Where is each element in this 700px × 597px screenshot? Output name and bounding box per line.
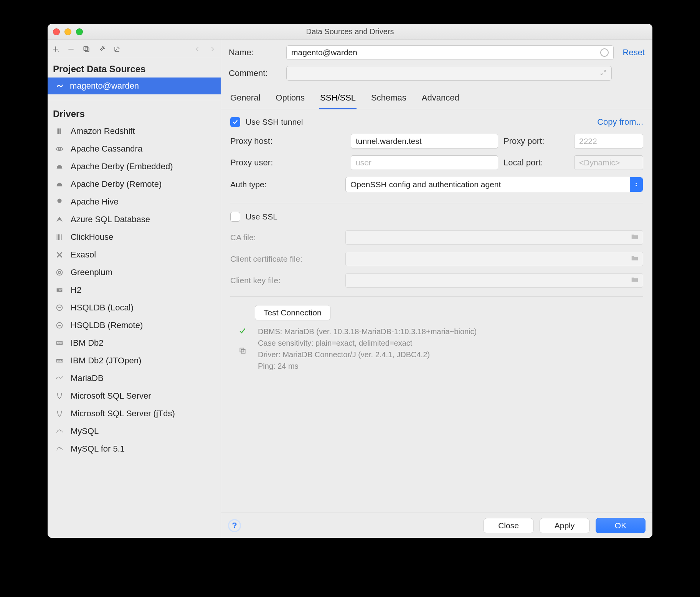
test-connection-button[interactable]: Test Connection	[255, 305, 330, 320]
driver-item[interactable]: Microsoft SQL Server (jTds)	[48, 405, 221, 422]
settings-icon[interactable]	[97, 45, 106, 53]
driver-item[interactable]: ClickHouse	[48, 228, 221, 246]
driver-label: Azure SQL Database	[71, 214, 150, 224]
driver-label: Amazon Redshift	[71, 126, 135, 136]
comment-input[interactable]	[286, 66, 612, 81]
driver-item[interactable]: H2H2	[48, 281, 221, 299]
folder-icon[interactable]	[631, 254, 639, 264]
driver-item[interactable]: Amazon Redshift	[48, 122, 221, 140]
name-input[interactable]: magento@warden	[286, 45, 614, 60]
driver-icon	[54, 144, 64, 154]
data-source-label: magento@warden	[70, 81, 139, 91]
proxy-port-label: Proxy port:	[504, 136, 569, 146]
svg-rect-0	[85, 48, 89, 51]
svg-point-5	[57, 270, 63, 275]
driver-label: ClickHouse	[71, 232, 113, 242]
color-picker-icon[interactable]	[600, 48, 609, 57]
auth-type-select[interactable]: OpenSSH config and authentication agent	[345, 177, 643, 192]
back-icon[interactable]	[193, 45, 201, 53]
driver-item[interactable]: MySQL for 5.1	[48, 440, 221, 458]
driver-icon	[54, 426, 64, 436]
success-icon	[239, 327, 246, 337]
driver-item[interactable]: Azure SQL Database	[48, 211, 221, 228]
driver-icon	[54, 320, 64, 330]
driver-icon	[54, 373, 64, 383]
remove-icon[interactable]	[67, 45, 75, 53]
svg-text:DB2: DB2	[57, 341, 63, 345]
duplicate-icon[interactable]	[82, 45, 91, 53]
driver-label: Apache Derby (Embedded)	[71, 162, 173, 172]
forward-icon[interactable]	[208, 45, 217, 53]
copy-icon[interactable]	[239, 347, 246, 356]
select-arrow-icon	[630, 177, 643, 192]
client-key-input	[345, 273, 643, 288]
client-key-label: Client key file:	[230, 276, 345, 285]
driver-label: Greenplum	[71, 267, 112, 277]
driver-icon	[54, 444, 64, 454]
ok-button[interactable]: OK	[596, 518, 646, 533]
driver-icon	[54, 303, 64, 313]
use-ssh-tunnel-checkbox[interactable]	[230, 117, 240, 127]
driver-label: MySQL for 5.1	[71, 444, 125, 454]
apply-button[interactable]: Apply	[540, 518, 589, 533]
tab-schemas[interactable]: Schemas	[370, 89, 407, 109]
driver-item[interactable]: Apache Hive	[48, 193, 221, 211]
folder-icon[interactable]	[631, 275, 639, 286]
driver-icon	[54, 162, 64, 172]
use-ssl-checkbox[interactable]	[230, 212, 240, 222]
driver-item[interactable]: DB2IBM Db2	[48, 334, 221, 352]
add-icon[interactable]	[51, 45, 60, 53]
proxy-user-input[interactable]: user	[351, 155, 498, 170]
make-global-icon[interactable]	[113, 45, 121, 53]
folder-icon[interactable]	[631, 233, 639, 243]
sidebar-toolbar	[48, 40, 221, 58]
svg-text:DB2: DB2	[57, 359, 63, 363]
svg-point-6	[58, 271, 61, 274]
tab-general[interactable]: General	[229, 89, 261, 109]
driver-item[interactable]: Apache Derby (Remote)	[48, 175, 221, 193]
dialog-window: Data Sources and Drivers	[48, 24, 652, 538]
driver-label: IBM Db2	[71, 338, 104, 348]
auth-type-label: Auth type:	[230, 180, 345, 189]
data-source-item[interactable]: magento@warden	[48, 78, 221, 94]
driver-item[interactable]: MariaDB	[48, 369, 221, 387]
driver-item[interactable]: Apache Derby (Embedded)	[48, 158, 221, 175]
svg-text:H2: H2	[58, 289, 62, 292]
svg-point-4	[58, 148, 61, 150]
datasource-icon	[55, 82, 64, 90]
divider	[48, 100, 221, 100]
expand-icon[interactable]	[600, 69, 607, 78]
driver-item[interactable]: Greenplum	[48, 264, 221, 281]
driver-item[interactable]: Exasol	[48, 246, 221, 264]
copy-from-link[interactable]: Copy from...	[597, 117, 643, 127]
proxy-port-input[interactable]: 2222	[574, 134, 643, 148]
divider	[230, 203, 643, 203]
local-port-input[interactable]: <Dynamic>	[574, 155, 643, 170]
tab-advanced[interactable]: Advanced	[421, 89, 460, 109]
driver-label: Apache Derby (Remote)	[71, 179, 162, 189]
driver-label: Apache Hive	[71, 197, 119, 207]
driver-item[interactable]: HSQLDB (Remote)	[48, 317, 221, 334]
drivers-list: Amazon RedshiftApache CassandraApache De…	[48, 122, 221, 458]
comment-label: Comment:	[229, 68, 286, 78]
project-data-sources-header: Project Data Sources	[48, 58, 221, 78]
driver-item[interactable]: MySQL	[48, 422, 221, 440]
help-button[interactable]: ?	[228, 519, 241, 532]
driver-item[interactable]: HSQLDB (Local)	[48, 299, 221, 317]
main-panel: Name: magento@warden Reset Comment:	[221, 40, 652, 538]
driver-item[interactable]: Microsoft SQL Server	[48, 387, 221, 405]
driver-icon	[54, 179, 64, 189]
dialog-footer: ? Close Apply OK	[221, 513, 652, 538]
driver-item[interactable]: DB2IBM Db2 (JTOpen)	[48, 352, 221, 369]
close-button[interactable]: Close	[484, 518, 533, 533]
connection-status-text: DBMS: MariaDB (ver. 10.3.18-MariaDB-1:10…	[258, 326, 477, 372]
tab-bar: GeneralOptionsSSH/SSLSchemasAdvanced	[221, 89, 652, 109]
proxy-host-input[interactable]: tunnel.warden.test	[351, 134, 498, 148]
driver-label: Apache Cassandra	[71, 144, 142, 154]
proxy-host-label: Proxy host:	[230, 136, 345, 146]
tab-options[interactable]: Options	[275, 89, 305, 109]
driver-icon: DB2	[54, 356, 64, 366]
tab-ssh-ssl[interactable]: SSH/SSL	[319, 89, 357, 109]
reset-link[interactable]: Reset	[623, 48, 645, 58]
driver-item[interactable]: Apache Cassandra	[48, 140, 221, 158]
